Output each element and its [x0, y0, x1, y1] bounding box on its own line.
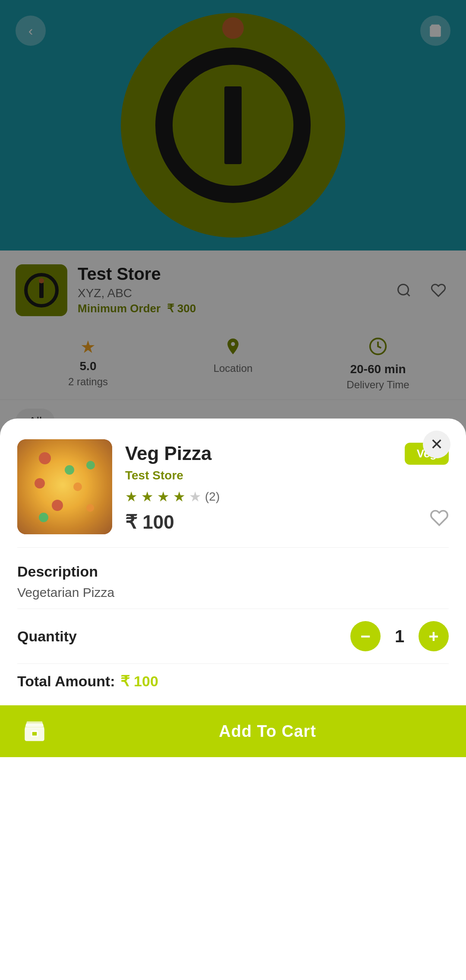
star-2: ★: [141, 488, 154, 505]
product-price: ₹ 100: [125, 511, 174, 533]
product-image: [17, 439, 112, 534]
modal-product-row: Veg Pizza Veg Test Store ★ ★ ★ ★ ★ (2) ₹…: [0, 419, 466, 547]
add-to-cart-row: Add To Cart: [0, 705, 466, 757]
star-3: ★: [157, 488, 170, 505]
increase-quantity-button[interactable]: +: [419, 621, 449, 651]
product-store-name: Test Store: [125, 469, 449, 482]
quantity-section: Quantity − 1 +: [0, 609, 466, 663]
svg-rect-6: [26, 724, 42, 726]
total-label: Total Amount:: [17, 673, 115, 690]
description-title: Description: [17, 563, 449, 580]
product-modal: ✕ Veg Pizza: [0, 419, 466, 980]
product-info: Veg Pizza Veg Test Store ★ ★ ★ ★ ★ (2) ₹…: [125, 439, 449, 533]
description-section: Description Vegetarian Pizza: [0, 548, 466, 609]
star-4: ★: [173, 488, 186, 505]
decrease-quantity-button[interactable]: −: [350, 621, 381, 651]
product-name: Veg Pizza: [125, 443, 212, 464]
review-count: (2): [205, 490, 220, 504]
add-to-cart-button[interactable]: Add To Cart: [69, 705, 466, 757]
cart-icon-button[interactable]: [0, 705, 69, 757]
quantity-controls: − 1 +: [350, 621, 449, 651]
description-text: Vegetarian Pizza: [17, 585, 449, 600]
star-1: ★: [125, 488, 138, 505]
product-rating-row: ★ ★ ★ ★ ★ (2): [125, 488, 449, 505]
modal-close-button[interactable]: ✕: [423, 431, 450, 458]
star-5-half: ★: [189, 488, 202, 505]
quantity-value: 1: [391, 627, 408, 646]
total-value: ₹ 100: [120, 672, 158, 690]
svg-rect-5: [31, 731, 38, 736]
add-to-cart-label: Add To Cart: [219, 722, 316, 741]
background-page: ‹ Test Store XYZ, ABC Minimum Order: [0, 0, 466, 980]
quantity-label: Quantity: [17, 628, 77, 645]
total-amount-row: Total Amount: ₹ 100: [0, 664, 466, 705]
product-wishlist-button[interactable]: [430, 508, 449, 531]
